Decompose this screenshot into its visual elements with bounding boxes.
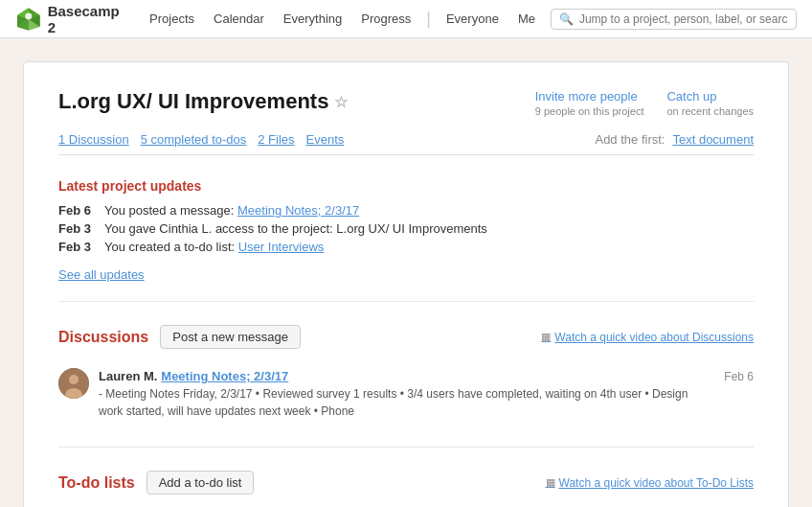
discussions-header: Discussions Post a new message ▦ Watch a…	[58, 325, 754, 349]
star-icon[interactable]: ☆	[334, 93, 348, 111]
add-first-label: Add the first:	[595, 132, 665, 147]
divider-1	[58, 301, 754, 302]
project-header: L.org UX/ UI Improvements ☆ Invite more …	[58, 89, 754, 117]
nav-projects[interactable]: Projects	[142, 8, 202, 30]
tab-files[interactable]: 2 Files	[258, 132, 294, 147]
update-date-1: Feb 6	[58, 203, 93, 218]
nav-separator: |	[426, 9, 431, 29]
logo[interactable]: Basecamp 2	[15, 3, 130, 35]
basecamp-logo-icon	[15, 6, 42, 33]
main-content: L.org UX/ UI Improvements ☆ Invite more …	[23, 61, 789, 507]
avatar	[58, 368, 89, 399]
updates-section: Latest project updates Feb 6 You posted …	[58, 178, 754, 282]
tab-discussions[interactable]: 1 Discussion	[58, 132, 129, 147]
todo-lists-section: To-do lists Add a to-do list ▦ Watch a q…	[58, 471, 754, 507]
discussion-date: Feb 6	[724, 368, 754, 383]
post-new-message-button[interactable]: Post a new message	[160, 325, 301, 349]
search-box[interactable]: 🔍	[551, 9, 797, 30]
todo-lists-label: To-do lists	[58, 474, 135, 492]
tab-events[interactable]: Events	[306, 132, 345, 147]
catchup-sub: on recent changes	[666, 105, 754, 117]
search-input[interactable]	[579, 12, 788, 26]
nav-progress[interactable]: Progress	[353, 8, 418, 30]
catchup-group: Catch up on recent changes	[666, 89, 754, 117]
update-text-1: You posted a message: Meeting Notes; 2/3…	[104, 203, 754, 218]
catchup-link[interactable]: Catch up	[666, 89, 716, 104]
divider-2	[58, 447, 754, 448]
tab-completed-todos[interactable]: 5 completed to-dos	[141, 132, 247, 147]
update-text-2: You gave Cinthia L. access to the projec…	[104, 221, 754, 236]
updates-list: Feb 6 You posted a message: Meeting Note…	[58, 203, 754, 254]
update-text-3: You created a to-do list: User Interview…	[104, 240, 754, 254]
discussions-section: Discussions Post a new message ▦ Watch a…	[58, 325, 754, 427]
discussions-label: Discussions	[58, 329, 148, 346]
updates-title: Latest project updates	[58, 178, 754, 194]
logo-text: Basecamp 2	[48, 3, 130, 35]
todo-video-icon: ▦	[546, 476, 555, 489]
todo-lists-header: To-do lists Add a to-do list ▦ Watch a q…	[58, 471, 754, 495]
discussions-video-link[interactable]: ▦ Watch a quick video about Discussions	[541, 331, 754, 344]
top-navigation: Basecamp 2 Projects Calendar Everything …	[0, 0, 812, 38]
nav-me[interactable]: Me	[510, 8, 543, 30]
update-row: Feb 6 You posted a message: Meeting Note…	[58, 203, 754, 218]
discussion-title-link[interactable]: Meeting Notes; 2/3/17	[161, 369, 288, 383]
update-date-3: Feb 3	[58, 240, 93, 254]
update-link-1[interactable]: Meeting Notes; 2/3/17	[237, 203, 359, 218]
update-row: Feb 3 You gave Cinthia L. access to the …	[58, 221, 754, 236]
nav-calendar[interactable]: Calendar	[206, 8, 272, 30]
update-link-3[interactable]: User Interviews	[238, 240, 325, 254]
update-row: Feb 3 You created a to-do list: User Int…	[58, 240, 754, 254]
svg-point-6	[25, 12, 32, 19]
update-date-2: Feb 3	[58, 221, 93, 236]
project-tabs: 1 Discussion 5 completed to-dos 2 Files …	[58, 132, 754, 155]
invite-sub: 9 people on this project	[535, 105, 644, 117]
todo-video-link[interactable]: ▦ Watch a quick video about To-Do Lists	[546, 476, 754, 490]
video-icon: ▦	[541, 331, 551, 343]
nav-everyone[interactable]: Everyone	[439, 8, 507, 30]
discussion-item: Lauren M. Meeting Notes; 2/3/17 - Meetin…	[58, 360, 754, 427]
invite-group: Invite more people 9 people on this proj…	[535, 89, 644, 117]
project-actions: Invite more people 9 people on this proj…	[535, 89, 754, 117]
discussion-author: Lauren M.	[99, 369, 157, 383]
avatar-image	[58, 368, 89, 399]
discussion-content: Lauren M. Meeting Notes; 2/3/17 - Meetin…	[99, 368, 714, 420]
discussion-body: - Meeting Notes Friday, 2/3/17 • Reviewe…	[99, 385, 714, 420]
project-title: L.org UX/ UI Improvements ☆	[58, 89, 348, 114]
see-all-updates-link[interactable]: See all updates	[58, 267, 145, 282]
invite-link[interactable]: Invite more people	[535, 89, 638, 104]
add-text-document-link[interactable]: Text document	[672, 132, 754, 147]
search-icon: 🔍	[559, 12, 574, 26]
nav-everything[interactable]: Everything	[276, 8, 350, 30]
add-todo-list-button[interactable]: Add a to-do list	[147, 471, 255, 495]
svg-point-8	[69, 375, 79, 384]
